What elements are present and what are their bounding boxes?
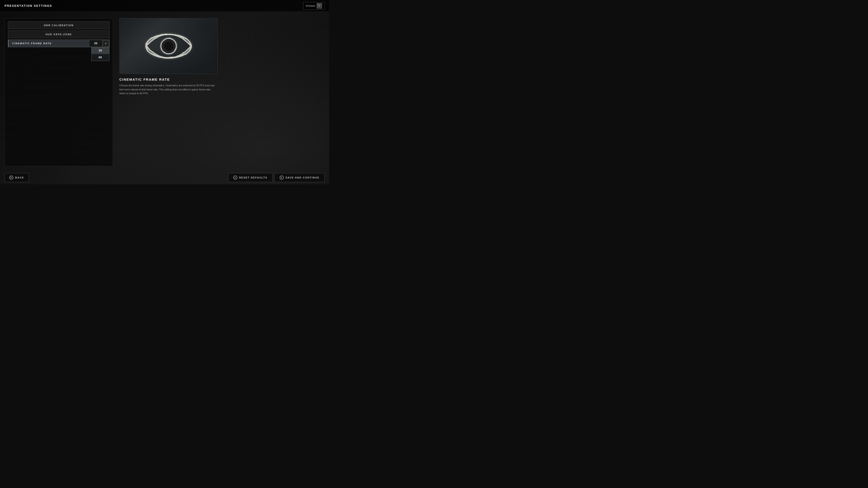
back-icon: B [9,175,13,180]
setting-value-container: 30 ▼ [89,40,110,47]
info-section: CINEMATIC FRAME RATE Choose the frame ra… [119,74,324,96]
reset-defaults-button[interactable]: X RESET DEFAULTS [228,173,273,182]
user-badge[interactable]: Vistani V [303,2,324,10]
dropdown-option-60[interactable]: 60 [92,54,109,61]
reset-label: RESET DEFAULTS [239,176,268,179]
right-buttons: X RESET DEFAULTS S SAVE AND CONTINUE [228,173,324,182]
info-description: Choose the frame rate during cinematics.… [119,84,217,96]
save-label: SAVE AND CONTINUE [285,176,319,179]
reset-icon: X [233,175,237,180]
back-label: BACK [15,176,24,179]
dropdown-menu: 30 60 [91,47,110,61]
header: PRESENTATION SETTINGS Vistani V [0,0,329,12]
dropdown-option-30[interactable]: 30 [92,47,109,54]
user-name: Vistani [306,4,315,7]
eye-icon-container [144,30,193,62]
svg-point-2 [164,41,173,51]
left-panel: HDR CALIBRATION HUD SAFE-ZONE CINEMATIC … [4,18,113,166]
hdr-calibration-button[interactable]: HDR CALIBRATION [8,22,110,29]
dropdown-arrow[interactable]: ▼ [103,40,109,47]
cinematic-frame-rate-row: CINEMATIC FRAME RATE 30 ▼ 30 60 [8,39,110,47]
main-content: HDR CALIBRATION HUD SAFE-ZONE CINEMATIC … [0,12,329,171]
save-icon: S [280,175,284,180]
current-value-display: 30 [89,40,103,47]
bottom-bar: B BACK X RESET DEFAULTS S SAVE AND CONTI… [0,171,329,184]
hud-safe-zone-button[interactable]: HUD SAFE-ZONE [8,31,110,38]
info-title: CINEMATIC FRAME RATE [119,77,324,81]
page-title: PRESENTATION SETTINGS [4,4,52,7]
preview-image [119,18,218,74]
right-panel: CINEMATIC FRAME RATE Choose the frame ra… [113,18,324,166]
cinematic-frame-rate-label: CINEMATIC FRAME RATE [8,40,89,47]
eye-icon [144,31,193,61]
avatar: V [317,3,322,8]
save-and-continue-button[interactable]: S SAVE AND CONTINUE [274,173,324,182]
back-button[interactable]: B BACK [4,173,29,182]
